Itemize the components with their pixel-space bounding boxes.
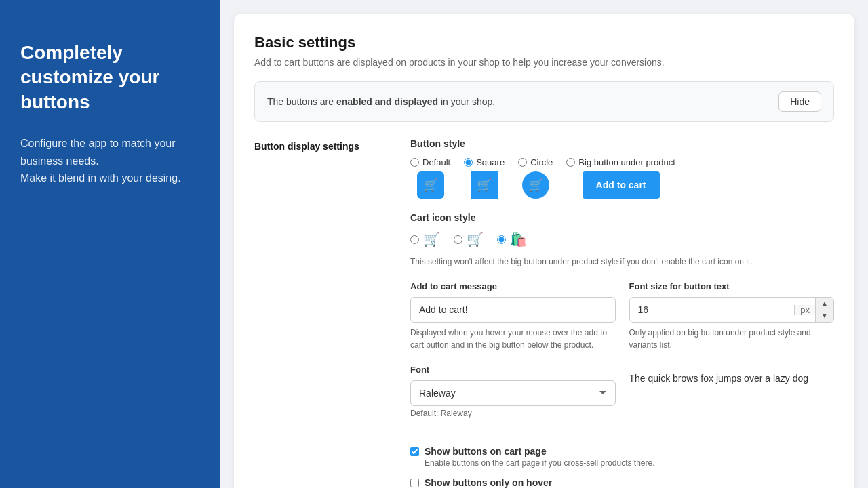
- settings-label-col: Button display settings: [254, 138, 390, 488]
- cart-icon-section-title: Cart icon style: [410, 212, 834, 223]
- card-subtitle: Add to cart buttons are displayed on pro…: [254, 57, 834, 68]
- cart-icon-option-2[interactable]: 🛒: [454, 231, 484, 247]
- info-banner: The buttons are enabled and displayed in…: [254, 81, 834, 122]
- style-radio-big[interactable]: [566, 158, 575, 167]
- button-style-section-title: Button style: [410, 138, 834, 149]
- font-preview: The quick brows fox jumps over a lazy do…: [629, 365, 835, 386]
- font-size-input-wrapper: px ▲ ▼: [629, 297, 835, 323]
- message-input[interactable]: [410, 297, 616, 323]
- show-on-hover-label-group: Show buttons only on hover The buttons w…: [425, 477, 671, 488]
- show-on-hover-label: Show buttons only on hover: [425, 477, 671, 488]
- font-size-label: Font size for button text: [629, 281, 835, 291]
- card-title: Basic settings: [254, 34, 834, 52]
- cart-icon-3: 🛍️: [510, 231, 527, 247]
- cart-icon-row: 🛒 🛒 🛍️: [410, 231, 834, 247]
- style-option-circle: Circle 🛒: [518, 157, 553, 199]
- right-panel: Basic settings Add to cart buttons are d…: [220, 0, 868, 488]
- style-label-default[interactable]: Default: [410, 157, 450, 167]
- font-select-wrapper: Font Raleway Arial Georgia Default: Rale…: [410, 365, 616, 418]
- cart-icon-radio-3[interactable]: [497, 235, 506, 244]
- px-arrows: ▲ ▼: [815, 298, 833, 322]
- cart-icon-2: 🛒: [467, 231, 484, 247]
- show-on-cart-checkbox[interactable]: [410, 447, 419, 456]
- show-on-cart-label-group: Show buttons on cart page Enable buttons…: [425, 446, 655, 468]
- font-size-up-button[interactable]: ▲: [816, 298, 833, 310]
- style-label-circle[interactable]: Circle: [518, 157, 553, 167]
- font-default-text: Default: Raleway: [410, 409, 616, 418]
- style-radio-square[interactable]: [464, 158, 473, 167]
- settings-card: Basic settings Add to cart buttons are d…: [234, 14, 854, 488]
- cart-icon-note: This setting won't affect the big button…: [410, 256, 834, 268]
- style-option-default: Default 🛒: [410, 157, 450, 199]
- button-display-settings-label: Button display settings: [254, 141, 390, 152]
- font-size-down-button[interactable]: ▼: [816, 310, 833, 322]
- hide-button[interactable]: Hide: [778, 92, 821, 112]
- settings-content: Button style Default 🛒 Square: [410, 138, 834, 488]
- message-desc: Displayed when you hover your mouse over…: [410, 327, 616, 351]
- show-on-hover-row: Show buttons only on hover The buttons w…: [410, 477, 834, 488]
- divider-1: [410, 432, 834, 432]
- font-select[interactable]: Raleway Arial Georgia: [410, 380, 616, 406]
- left-headline: Completely customize your buttons: [20, 41, 200, 115]
- style-option-square: Square 🛒: [464, 157, 505, 199]
- add-to-cart-message-group: Add to cart message Displayed when you h…: [410, 281, 616, 351]
- font-size-input[interactable]: [630, 298, 795, 322]
- preview-circle: 🛒: [522, 171, 549, 199]
- preview-square: 🛒: [471, 171, 498, 199]
- cart-icon-1: 🛒: [423, 231, 440, 247]
- font-size-group: Font size for button text px ▲ ▼ Only ap…: [629, 281, 835, 351]
- style-label-square[interactable]: Square: [464, 157, 505, 167]
- style-radio-circle[interactable]: [518, 158, 527, 167]
- preview-big: Add to cart: [583, 171, 660, 199]
- cart-icon-option-3[interactable]: 🛍️: [497, 231, 527, 247]
- show-on-hover-checkbox[interactable]: [410, 479, 419, 487]
- cart-icon-radio-1[interactable]: [410, 235, 419, 244]
- show-on-cart-label: Show buttons on cart page: [425, 446, 655, 457]
- cart-icon-option-1[interactable]: 🛒: [410, 231, 440, 247]
- left-description: Configure the app to match your business…: [20, 135, 200, 187]
- px-unit-label: px: [794, 305, 815, 315]
- settings-section: Button display settings Button style Def…: [254, 138, 834, 488]
- style-radio-default[interactable]: [410, 158, 419, 167]
- show-on-cart-desc: Enable buttons on the cart page if you c…: [425, 458, 655, 468]
- message-label: Add to cart message: [410, 281, 616, 291]
- cart-icon-radio-2[interactable]: [454, 235, 462, 244]
- message-fontsize-row: Add to cart message Displayed when you h…: [410, 281, 834, 351]
- left-panel: Completely customize your buttons Config…: [0, 0, 220, 488]
- style-option-big: Big button under product Add to cart: [566, 157, 675, 199]
- button-style-row: Default 🛒 Square 🛒 C: [410, 157, 834, 199]
- font-label: Font: [410, 365, 616, 375]
- font-size-desc: Only applied on big button under product…: [629, 327, 835, 351]
- font-row: Font Raleway Arial Georgia Default: Rale…: [410, 365, 834, 418]
- banner-text: The buttons are enabled and displayed in…: [267, 96, 495, 107]
- style-label-big[interactable]: Big button under product: [566, 157, 675, 167]
- preview-default: 🛒: [417, 171, 444, 199]
- show-on-cart-row: Show buttons on cart page Enable buttons…: [410, 446, 834, 468]
